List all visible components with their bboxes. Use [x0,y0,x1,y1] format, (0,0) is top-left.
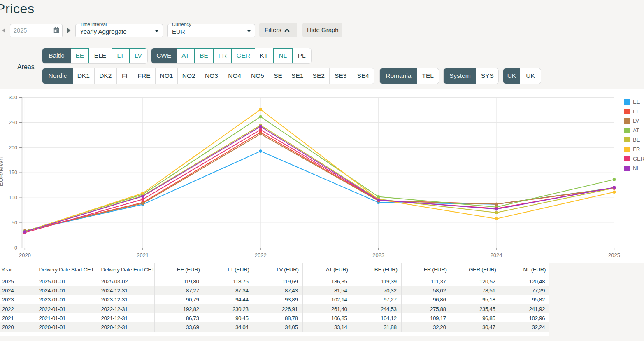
svg-text:BE: BE [633,137,640,143]
svg-text:50: 50 [12,220,17,226]
svg-text:2022: 2022 [255,252,267,258]
svg-text:300: 300 [9,95,17,100]
svg-text:GER: GER [633,156,644,162]
svg-text:250: 250 [9,120,17,126]
svg-text:2025: 2025 [608,252,620,258]
svg-text:LV: LV [633,118,639,124]
svg-text:AT: AT [633,127,639,133]
svg-text:FR: FR [633,146,640,152]
svg-text:2020: 2020 [19,252,31,258]
svg-text:100: 100 [9,195,17,201]
svg-text:150: 150 [9,170,17,175]
svg-text:EE: EE [633,99,640,105]
svg-text:200: 200 [9,145,17,151]
svg-text:NL: NL [633,165,640,171]
svg-text:0: 0 [14,245,17,251]
svg-text:2023: 2023 [372,252,384,258]
svg-text:2024: 2024 [491,252,502,258]
svg-text:LT: LT [633,108,639,114]
svg-text:EUR/MWh: EUR/MWh [0,157,4,187]
svg-text:2021: 2021 [137,252,149,258]
